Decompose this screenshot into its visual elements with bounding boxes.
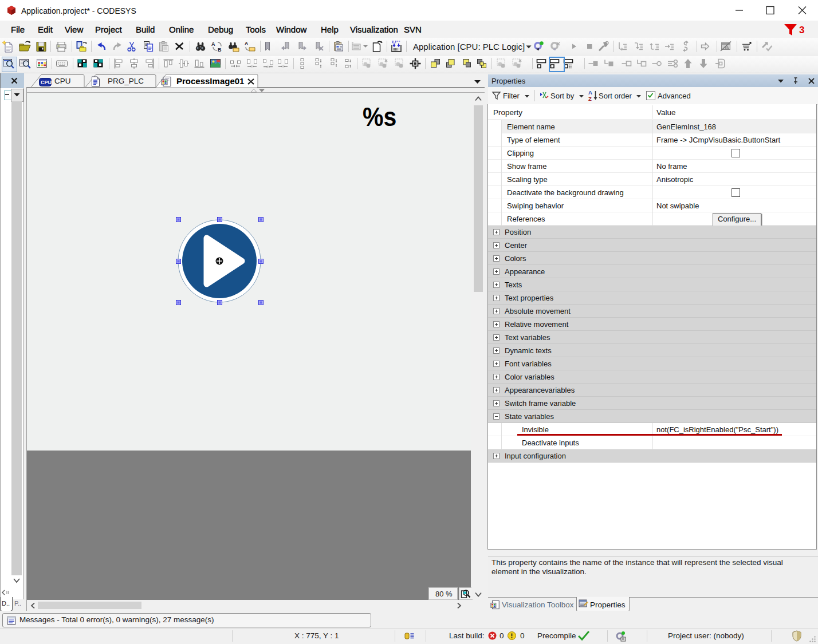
svg-text:A: A	[211, 41, 215, 47]
svg-text:A: A	[588, 89, 592, 96]
svg-text:Z: Z	[588, 96, 592, 102]
svg-text:B: B	[218, 47, 222, 53]
svg-text:A: A	[245, 41, 248, 46]
svg-text:CPU: CPU	[41, 80, 52, 85]
svg-text:3: 3	[799, 25, 804, 35]
